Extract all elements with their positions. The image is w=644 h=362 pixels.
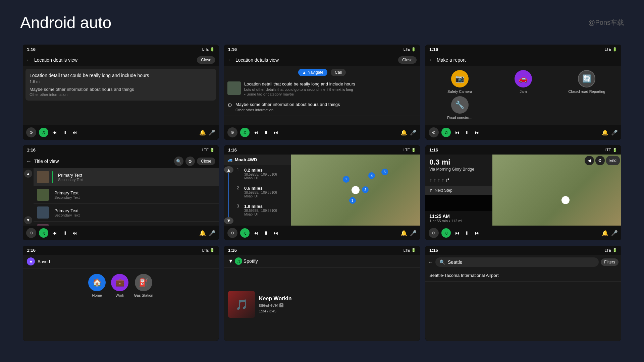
prev-btn-3[interactable]: ⏮ bbox=[453, 129, 461, 136]
spotify-btn-5[interactable]: ♫ bbox=[240, 228, 250, 238]
route-num-5-0: 1 bbox=[237, 168, 241, 172]
status-time-1: 1:16 bbox=[27, 47, 36, 52]
status-bar-7: 1:16 LTE 🔋 bbox=[23, 246, 219, 255]
back-button-3[interactable]: ← bbox=[429, 57, 434, 63]
route-city-5-1: Moab, UT bbox=[244, 194, 288, 198]
pause-btn-6[interactable]: ⏸ bbox=[464, 230, 471, 236]
next-btn-1[interactable]: ⏭ bbox=[71, 129, 78, 136]
spotify-btn-1[interactable]: ♫ bbox=[39, 128, 48, 137]
route-item-5-1[interactable]: 2 0.6 miles 38.59255, -109.53106 Moab, U… bbox=[233, 183, 291, 201]
search-input-9[interactable] bbox=[448, 259, 595, 265]
mic-icon-2: 🎤 bbox=[410, 129, 417, 136]
nav-settings-btn-6[interactable]: ⚙ bbox=[595, 156, 605, 165]
navigate-button-2[interactable]: ▲ Navigate bbox=[298, 69, 327, 76]
status-time-9: 1:16 bbox=[429, 248, 438, 253]
list-item-4-3[interactable]: Primary Text Secondary Text bbox=[34, 222, 219, 226]
report-grid-3: 📷 Safety Camera 🚗 Jam 🔄 Closed road Repo… bbox=[425, 66, 621, 124]
pause-btn-3[interactable]: ⏸ bbox=[464, 129, 471, 136]
home-btn-2[interactable]: ⊙ bbox=[227, 127, 237, 137]
search-button-4[interactable]: 🔍 bbox=[174, 157, 183, 166]
dest-item-work-7[interactable]: 💼 Work bbox=[111, 274, 128, 297]
pause-btn-5[interactable]: ⏸ bbox=[262, 230, 270, 236]
spotify-dropdown-8[interactable]: ▼ ♫ Spotify bbox=[228, 257, 258, 265]
prev-btn-2[interactable]: ⏮ bbox=[252, 129, 260, 136]
home-btn-1[interactable]: ⊙ bbox=[26, 127, 36, 137]
next-btn-3[interactable]: ⏭ bbox=[474, 129, 481, 136]
road-construction-icon: 🔧 bbox=[451, 96, 469, 114]
back-button-2[interactable]: ← bbox=[227, 57, 233, 63]
spotify-btn-3[interactable]: ♫ bbox=[441, 128, 451, 137]
work-label-7: Work bbox=[116, 293, 124, 297]
spotify-btn-6[interactable]: ♫ bbox=[441, 228, 451, 238]
next-btn-5[interactable]: ⏭ bbox=[272, 230, 280, 236]
home-btn-4[interactable]: ⊙ bbox=[26, 228, 36, 238]
scroll-up-4[interactable]: ▲ bbox=[24, 170, 32, 178]
scroll-down-5[interactable]: ▼ bbox=[224, 217, 233, 224]
back-button-1[interactable]: ← bbox=[26, 57, 32, 63]
dest-item-gas-7[interactable]: ⛽ Gas Station bbox=[134, 274, 153, 297]
pause-btn-2[interactable]: ⏸ bbox=[262, 129, 270, 136]
home-btn-5[interactable]: ⊙ bbox=[227, 228, 237, 238]
call-button-2[interactable]: Call bbox=[331, 69, 346, 76]
list-item-4-2[interactable]: Primary Text Secondary Text bbox=[34, 204, 219, 222]
mic-icon-4: 🎤 bbox=[209, 230, 215, 236]
pause-btn-1[interactable]: ⏸ bbox=[61, 129, 68, 136]
spotify-btn-2[interactable]: ♫ bbox=[240, 128, 250, 137]
back-button-4[interactable]: ← bbox=[26, 158, 32, 164]
report-item-jam[interactable]: 🚗 Jam bbox=[493, 70, 553, 94]
location-row-2a[interactable]: Location detail that could be really lon… bbox=[224, 79, 420, 99]
next-btn-4[interactable]: ⏭ bbox=[71, 230, 78, 236]
map-bg-5: 1 2 3 4 5 ▲ bbox=[291, 155, 420, 226]
signal-icon-5: LTE bbox=[404, 148, 410, 152]
dest-item-home-7[interactable]: 🏠 Home bbox=[88, 274, 106, 297]
next-btn-6[interactable]: ⏭ bbox=[474, 230, 481, 236]
route-item-5-2[interactable]: 3 1.8 miles 38.59255, -109.53106 Moab, U… bbox=[233, 201, 291, 219]
list-item-4-0[interactable]: Primary Text Secondary Text bbox=[34, 168, 219, 186]
home-btn-3[interactable]: ⊙ bbox=[429, 127, 439, 137]
scroll-down-4[interactable]: ▼ bbox=[24, 216, 32, 224]
search-bar-9[interactable]: 🔍 bbox=[435, 257, 599, 267]
spotify-btn-4[interactable]: ♫ bbox=[39, 228, 48, 238]
home-btn-6[interactable]: ⊙ bbox=[429, 228, 439, 238]
signal-icon-7: LTE bbox=[202, 248, 209, 252]
battery-icon-2: 🔋 bbox=[411, 47, 416, 52]
bell-icon-3: 🔔 bbox=[602, 129, 608, 136]
report-item-closed-road[interactable]: 🔄 Closed road Reporting bbox=[556, 70, 617, 94]
report-item-road-construction[interactable]: 🔧 Road constru... bbox=[429, 96, 490, 120]
route-num-5-2: 3 bbox=[237, 204, 241, 208]
close-button-2[interactable]: Close bbox=[398, 56, 417, 64]
close-button-1[interactable]: Close bbox=[197, 56, 215, 64]
filter-button-9[interactable]: Filters bbox=[601, 258, 619, 266]
close-button-4[interactable]: Close bbox=[197, 158, 215, 165]
list-thumb-4-2 bbox=[37, 206, 49, 219]
settings-button-4[interactable]: ⚙ bbox=[185, 157, 195, 166]
report-item-safety-camera[interactable]: 📷 Safety Camera bbox=[429, 70, 490, 94]
prev-btn-5[interactable]: ⏮ bbox=[252, 230, 260, 236]
pause-btn-4[interactable]: ⏸ bbox=[61, 230, 68, 236]
location-row-2b[interactable]: ⚙ Maybe some other information about hou… bbox=[224, 99, 420, 116]
status-icons-6: LTE 🔋 bbox=[605, 148, 617, 152]
route-item-5-0[interactable]: 1 0.2 miles 38.59255, -109.53106 Moab, U… bbox=[233, 165, 291, 183]
prev-btn-6[interactable]: ⏮ bbox=[453, 230, 461, 236]
card-saved: 1:16 LTE 🔋 ★ Saved 🏠 Home 💼 Work bbox=[23, 246, 219, 341]
scroll-up-5[interactable]: ▲ bbox=[224, 166, 233, 173]
prev-btn-4[interactable]: ⏮ bbox=[51, 230, 58, 236]
list-item-4-1[interactable]: Primary Text Secondary Text bbox=[34, 186, 219, 204]
search-result-9-0[interactable]: Seattle-Tacoma International Airport bbox=[425, 269, 621, 282]
route-miles-5-2: 1.8 miles bbox=[244, 204, 288, 209]
back-button-9[interactable]: ← bbox=[428, 259, 433, 265]
top-bar-title-4: Title of view bbox=[34, 159, 171, 164]
prev-btn-1[interactable]: ⏮ bbox=[51, 129, 58, 136]
spotify-header-8: ▼ ♫ Spotify bbox=[224, 255, 420, 268]
closed-road-label: Closed road Reporting bbox=[568, 89, 605, 94]
saved-layout-7: ★ Saved 🏠 Home 💼 Work ⛽ Gas Station bbox=[23, 255, 219, 341]
location-item-1[interactable]: Location detail that could be really lon… bbox=[25, 69, 216, 101]
route-city-5-0: Moab, UT bbox=[244, 176, 288, 180]
spotify-logo-8[interactable]: ♫ bbox=[235, 257, 242, 265]
next-btn-2[interactable]: ⏭ bbox=[272, 129, 280, 136]
nav-back-btn-6[interactable]: ◀ bbox=[585, 156, 594, 165]
nav-arrow-3: ↑ bbox=[437, 177, 440, 183]
nav-map-layout-6: 0.3 mi Via Morning Glory Bridge ↑ ↑ ↑ ↑ … bbox=[425, 155, 621, 226]
battery-icon-7: 🔋 bbox=[210, 248, 215, 252]
nav-end-btn-6[interactable]: End bbox=[606, 156, 620, 165]
